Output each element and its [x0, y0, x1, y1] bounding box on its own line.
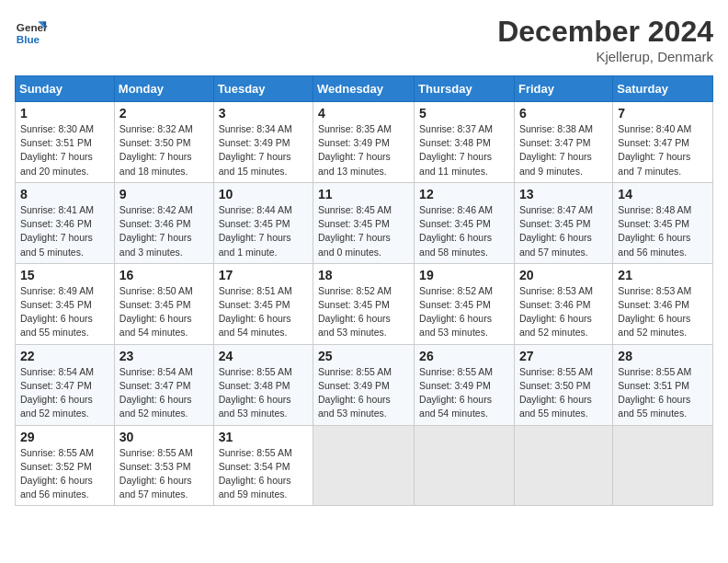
day-number: 10 — [219, 187, 308, 201]
day-detail: Sunrise: 8:49 AM Sunset: 3:45 PM Dayligh… — [20, 284, 109, 340]
sunrise-label: Sunrise: 8:32 AM — [119, 123, 193, 134]
day-detail: Sunrise: 8:52 AM Sunset: 3:45 PM Dayligh… — [419, 284, 509, 340]
sunrise-label: Sunrise: 8:53 AM — [519, 285, 593, 296]
day-number: 11 — [318, 187, 409, 201]
daylight-label: Daylight: 6 hours and 56 minutes. — [618, 232, 690, 257]
daylight-label: Daylight: 6 hours and 55 minutes. — [519, 394, 592, 419]
sunrise-label: Sunrise: 8:38 AM — [519, 123, 593, 134]
week-row-2: 8 Sunrise: 8:41 AM Sunset: 3:46 PM Dayli… — [16, 182, 713, 263]
sunset-label: Sunset: 3:45 PM — [219, 218, 290, 229]
day-detail: Sunrise: 8:45 AM Sunset: 3:45 PM Dayligh… — [318, 203, 409, 259]
sunset-label: Sunset: 3:45 PM — [419, 299, 491, 310]
sunrise-label: Sunrise: 8:50 AM — [119, 285, 193, 296]
day-cell-24: 24 Sunrise: 8:55 AM Sunset: 3:48 PM Dayl… — [213, 344, 313, 425]
day-cell-15: 15 Sunrise: 8:49 AM Sunset: 3:45 PM Dayl… — [16, 263, 115, 344]
daylight-label: Daylight: 6 hours and 52 minutes. — [618, 313, 690, 338]
day-cell-5: 5 Sunrise: 8:37 AM Sunset: 3:48 PM Dayli… — [415, 102, 515, 183]
day-detail: Sunrise: 8:37 AM Sunset: 3:48 PM Dayligh… — [419, 122, 509, 178]
sunrise-label: Sunrise: 8:48 AM — [618, 204, 691, 215]
sunset-label: Sunset: 3:45 PM — [219, 299, 290, 310]
day-detail: Sunrise: 8:55 AM Sunset: 3:50 PM Dayligh… — [519, 365, 608, 421]
day-detail: Sunrise: 8:35 AM Sunset: 3:49 PM Dayligh… — [318, 122, 409, 178]
sunrise-label: Sunrise: 8:55 AM — [219, 447, 292, 458]
sunset-label: Sunset: 3:45 PM — [318, 299, 390, 310]
day-detail: Sunrise: 8:55 AM Sunset: 3:48 PM Dayligh… — [219, 365, 308, 421]
daylight-label: Daylight: 6 hours and 52 minutes. — [20, 394, 93, 419]
sunrise-label: Sunrise: 8:55 AM — [318, 366, 392, 377]
daylight-label: Daylight: 7 hours and 5 minutes. — [20, 232, 93, 257]
day-cell-28: 28 Sunrise: 8:55 AM Sunset: 3:51 PM Dayl… — [613, 344, 713, 425]
day-detail: Sunrise: 8:53 AM Sunset: 3:46 PM Dayligh… — [618, 284, 708, 340]
day-cell-21: 21 Sunrise: 8:53 AM Sunset: 3:46 PM Dayl… — [613, 263, 713, 344]
daylight-label: Daylight: 6 hours and 58 minutes. — [419, 232, 492, 257]
month-title: December 2024 — [497, 15, 713, 49]
sunrise-label: Sunrise: 8:30 AM — [20, 123, 94, 134]
day-cell-27: 27 Sunrise: 8:55 AM Sunset: 3:50 PM Dayl… — [514, 344, 612, 425]
sunset-label: Sunset: 3:46 PM — [519, 299, 591, 310]
daylight-label: Daylight: 7 hours and 3 minutes. — [119, 232, 192, 257]
sunset-label: Sunset: 3:48 PM — [219, 380, 290, 391]
sunrise-label: Sunrise: 8:54 AM — [119, 366, 193, 377]
sunset-label: Sunset: 3:52 PM — [20, 461, 92, 472]
sunset-label: Sunset: 3:45 PM — [618, 218, 689, 229]
day-number: 28 — [618, 349, 708, 363]
day-number: 13 — [519, 187, 608, 201]
daylight-label: Daylight: 6 hours and 53 minutes. — [318, 394, 391, 419]
day-cell-17: 17 Sunrise: 8:51 AM Sunset: 3:45 PM Dayl… — [213, 263, 313, 344]
daylight-label: Daylight: 6 hours and 56 minutes. — [20, 475, 93, 500]
calendar-header-row: SundayMondayTuesdayWednesdayThursdayFrid… — [16, 76, 713, 102]
day-number: 3 — [219, 106, 308, 121]
header-thursday: Thursday — [415, 76, 515, 102]
day-cell-13: 13 Sunrise: 8:47 AM Sunset: 3:45 PM Dayl… — [514, 182, 612, 263]
daylight-label: Daylight: 7 hours and 9 minutes. — [519, 151, 592, 176]
day-cell-19: 19 Sunrise: 8:52 AM Sunset: 3:45 PM Dayl… — [415, 263, 515, 344]
day-detail: Sunrise: 8:30 AM Sunset: 3:51 PM Dayligh… — [20, 122, 109, 178]
day-number: 16 — [119, 268, 209, 282]
daylight-label: Daylight: 6 hours and 57 minutes. — [119, 475, 192, 500]
day-number: 30 — [119, 430, 209, 444]
day-detail: Sunrise: 8:55 AM Sunset: 3:54 PM Dayligh… — [219, 446, 308, 502]
daylight-label: Daylight: 6 hours and 55 minutes. — [20, 313, 93, 338]
day-number: 19 — [419, 268, 509, 282]
sunset-label: Sunset: 3:47 PM — [119, 380, 191, 391]
header-monday: Monday — [114, 76, 213, 102]
daylight-label: Daylight: 7 hours and 0 minutes. — [318, 232, 391, 257]
sunset-label: Sunset: 3:47 PM — [20, 380, 92, 391]
sunset-label: Sunset: 3:45 PM — [119, 299, 191, 310]
day-cell-12: 12 Sunrise: 8:46 AM Sunset: 3:45 PM Dayl… — [415, 182, 515, 263]
day-cell-2: 2 Sunrise: 8:32 AM Sunset: 3:50 PM Dayli… — [114, 102, 213, 183]
day-detail: Sunrise: 8:55 AM Sunset: 3:49 PM Dayligh… — [419, 365, 509, 421]
day-detail: Sunrise: 8:55 AM Sunset: 3:51 PM Dayligh… — [618, 365, 708, 421]
day-number: 15 — [20, 268, 109, 282]
day-cell-10: 10 Sunrise: 8:44 AM Sunset: 3:45 PM Dayl… — [213, 182, 313, 263]
day-detail: Sunrise: 8:55 AM Sunset: 3:49 PM Dayligh… — [318, 365, 409, 421]
week-row-1: 1 Sunrise: 8:30 AM Sunset: 3:51 PM Dayli… — [16, 102, 713, 183]
week-row-4: 22 Sunrise: 8:54 AM Sunset: 3:47 PM Dayl… — [16, 344, 713, 425]
empty-cell — [514, 425, 612, 506]
day-detail: Sunrise: 8:55 AM Sunset: 3:52 PM Dayligh… — [20, 446, 109, 502]
empty-cell — [415, 425, 515, 506]
sunset-label: Sunset: 3:49 PM — [419, 380, 491, 391]
daylight-label: Daylight: 7 hours and 11 minutes. — [419, 151, 492, 176]
sunset-label: Sunset: 3:47 PM — [519, 137, 591, 148]
svg-text:Blue: Blue — [17, 33, 40, 45]
header-friday: Friday — [514, 76, 612, 102]
day-cell-9: 9 Sunrise: 8:42 AM Sunset: 3:46 PM Dayli… — [114, 182, 213, 263]
sunrise-label: Sunrise: 8:55 AM — [419, 366, 493, 377]
daylight-label: Daylight: 6 hours and 53 minutes. — [419, 313, 492, 338]
title-area: December 2024 Kjellerup, Denmark — [497, 15, 713, 64]
sunrise-label: Sunrise: 8:55 AM — [20, 447, 94, 458]
sunset-label: Sunset: 3:45 PM — [20, 299, 92, 310]
daylight-label: Daylight: 6 hours and 54 minutes. — [419, 394, 492, 419]
calendar-table: SundayMondayTuesdayWednesdayThursdayFrid… — [15, 75, 713, 506]
day-number: 1 — [20, 106, 109, 121]
day-cell-7: 7 Sunrise: 8:40 AM Sunset: 3:47 PM Dayli… — [613, 102, 713, 183]
day-number: 7 — [618, 106, 708, 121]
day-number: 6 — [519, 106, 608, 121]
logo-icon: General Blue — [15, 15, 48, 48]
day-cell-30: 30 Sunrise: 8:55 AM Sunset: 3:53 PM Dayl… — [114, 425, 213, 506]
sunrise-label: Sunrise: 8:54 AM — [20, 366, 94, 377]
day-number: 21 — [618, 268, 708, 282]
day-detail: Sunrise: 8:44 AM Sunset: 3:45 PM Dayligh… — [219, 203, 308, 259]
sunset-label: Sunset: 3:49 PM — [219, 137, 290, 148]
